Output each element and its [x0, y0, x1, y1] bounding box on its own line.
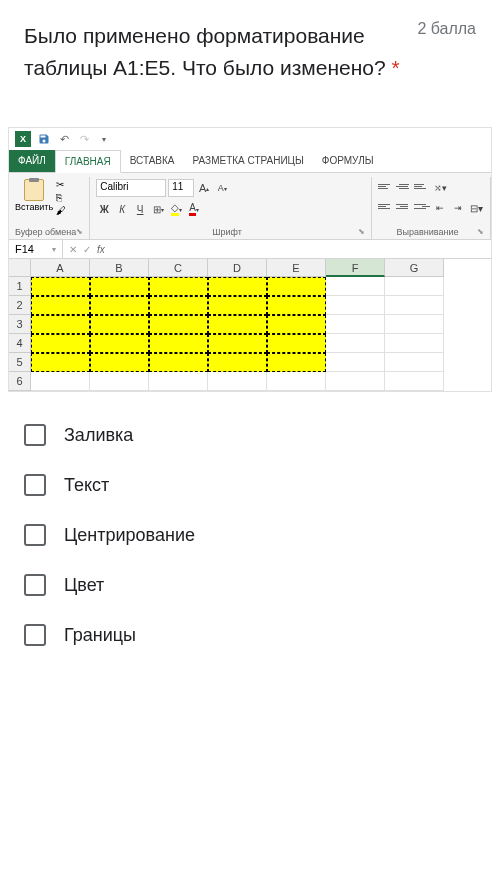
cell[interactable]	[31, 315, 90, 334]
cell[interactable]	[90, 296, 149, 315]
col-header[interactable]: B	[90, 259, 149, 277]
cell[interactable]	[149, 353, 208, 372]
tab-formulas[interactable]: ФОРМУЛЫ	[313, 150, 383, 172]
option-color[interactable]: Цвет	[24, 574, 476, 596]
col-header[interactable]: G	[385, 259, 444, 277]
cell[interactable]	[326, 334, 385, 353]
cell[interactable]	[31, 372, 90, 391]
cell[interactable]	[90, 277, 149, 296]
cell[interactable]	[90, 372, 149, 391]
checkbox[interactable]	[24, 624, 46, 646]
fx-icon[interactable]: fx	[97, 244, 105, 255]
format-painter-icon[interactable]: 🖌	[56, 205, 66, 216]
orientation-icon[interactable]: ⤭▾	[432, 179, 448, 197]
underline-button[interactable]: Ч	[132, 200, 148, 218]
align-bottom-icon[interactable]	[414, 179, 430, 193]
checkbox[interactable]	[24, 424, 46, 446]
cell[interactable]	[31, 353, 90, 372]
cell[interactable]	[90, 334, 149, 353]
row-header[interactable]: 6	[9, 372, 31, 391]
col-header[interactable]: F	[326, 259, 385, 277]
cell[interactable]	[90, 353, 149, 372]
fill-color-button[interactable]: ◇▾	[168, 200, 184, 218]
option-centering[interactable]: Центрирование	[24, 524, 476, 546]
option-fill[interactable]: Заливка	[24, 424, 476, 446]
cell[interactable]	[149, 334, 208, 353]
row-header[interactable]: 1	[9, 277, 31, 296]
align-top-icon[interactable]	[378, 179, 394, 193]
tab-insert[interactable]: ВСТАВКА	[121, 150, 184, 172]
cell[interactable]	[267, 353, 326, 372]
cell[interactable]	[208, 353, 267, 372]
checkbox[interactable]	[24, 574, 46, 596]
font-color-button[interactable]: A▾	[186, 200, 202, 218]
tab-file[interactable]: ФАЙЛ	[9, 150, 55, 172]
copy-icon[interactable]: ⎘	[56, 192, 66, 203]
increase-indent-icon[interactable]: ⇥	[450, 199, 466, 217]
font-name-select[interactable]: Calibri	[96, 179, 166, 197]
cell[interactable]	[326, 296, 385, 315]
dialog-launcher-icon[interactable]: ⬊	[76, 227, 83, 237]
select-all-corner[interactable]	[9, 259, 31, 277]
cell[interactable]	[149, 277, 208, 296]
col-header[interactable]: E	[267, 259, 326, 277]
cell[interactable]	[385, 372, 444, 391]
enter-icon[interactable]: ✓	[83, 244, 91, 255]
cell[interactable]	[385, 334, 444, 353]
col-header[interactable]: D	[208, 259, 267, 277]
cell[interactable]	[385, 277, 444, 296]
cell[interactable]	[31, 334, 90, 353]
checkbox[interactable]	[24, 524, 46, 546]
decrease-font-icon[interactable]: A▾	[214, 179, 230, 197]
increase-font-icon[interactable]: A▴	[196, 179, 212, 197]
font-size-select[interactable]: 11	[168, 179, 194, 197]
cell[interactable]	[385, 315, 444, 334]
row-header[interactable]: 4	[9, 334, 31, 353]
cell[interactable]	[208, 315, 267, 334]
checkbox[interactable]	[24, 474, 46, 496]
align-center-icon[interactable]	[396, 199, 412, 213]
row-header[interactable]: 2	[9, 296, 31, 315]
align-right-icon[interactable]	[414, 199, 430, 213]
cell[interactable]	[385, 353, 444, 372]
cell[interactable]	[31, 277, 90, 296]
dialog-launcher-icon[interactable]: ⬊	[358, 227, 365, 237]
bold-button[interactable]: Ж	[96, 200, 112, 218]
cell[interactable]	[149, 372, 208, 391]
cell[interactable]	[267, 372, 326, 391]
row-header[interactable]: 3	[9, 315, 31, 334]
formula-bar[interactable]	[111, 246, 491, 252]
col-header[interactable]: C	[149, 259, 208, 277]
cell[interactable]	[208, 372, 267, 391]
paste-button[interactable]: Вставить	[15, 179, 53, 212]
decrease-indent-icon[interactable]: ⇤	[432, 199, 448, 217]
cell[interactable]	[208, 277, 267, 296]
cell[interactable]	[326, 353, 385, 372]
cut-icon[interactable]: ✂	[56, 179, 66, 190]
tab-home[interactable]: ГЛАВНАЯ	[55, 150, 121, 173]
cell[interactable]	[90, 315, 149, 334]
cell[interactable]	[208, 296, 267, 315]
option-borders[interactable]: Границы	[24, 624, 476, 646]
tab-pagelayout[interactable]: РАЗМЕТКА СТРАНИЦЫ	[184, 150, 313, 172]
option-text[interactable]: Текст	[24, 474, 476, 496]
cancel-icon[interactable]: ✕	[69, 244, 77, 255]
cell[interactable]	[326, 315, 385, 334]
align-middle-icon[interactable]	[396, 179, 412, 193]
cell[interactable]	[149, 315, 208, 334]
cell[interactable]	[385, 296, 444, 315]
cell[interactable]	[267, 315, 326, 334]
align-left-icon[interactable]	[378, 199, 394, 213]
col-header[interactable]: A	[31, 259, 90, 277]
cell[interactable]	[326, 277, 385, 296]
cell[interactable]	[149, 296, 208, 315]
cell[interactable]	[326, 372, 385, 391]
row-header[interactable]: 5	[9, 353, 31, 372]
cell[interactable]	[31, 296, 90, 315]
merge-button[interactable]: ⊟▾	[468, 199, 484, 217]
italic-button[interactable]: К	[114, 200, 130, 218]
cell[interactable]	[208, 334, 267, 353]
dialog-launcher-icon[interactable]: ⬊	[477, 227, 484, 237]
borders-button[interactable]: ⊞▾	[150, 200, 166, 218]
cell[interactable]	[267, 277, 326, 296]
